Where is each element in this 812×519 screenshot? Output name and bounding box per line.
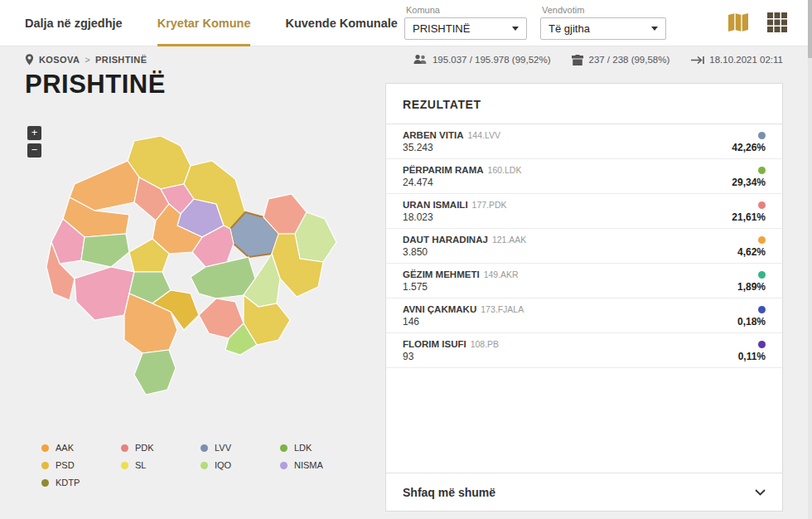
candidate-votes: 3.850 [403,246,428,258]
candidate-votes: 1.575 [403,281,428,293]
candidate-percent: 4,62% [737,246,766,258]
legend-item-kdtp: KDTP [41,478,121,487]
party-color-dot [758,236,766,244]
map-zoom-controls: + − [27,126,41,158]
candidate-row[interactable]: URAN ISMAILI177.PDK 18.02321,61% [386,194,782,229]
komuna-select[interactable]: PRISHTINË [404,17,527,40]
legend-label: PDK [135,443,154,453]
location-pin-icon [25,54,34,65]
psd-dot [41,462,49,469]
legend-item-iqo: IQO [201,460,280,470]
legend-label: SL [135,460,146,470]
candidate-votes: 24.474 [403,177,433,188]
candidate-list-number: 160.LDK [488,165,522,175]
candidate-row[interactable]: GËZIM MEHMETI149.AKR 1.5751,89% [386,264,782,298]
legend-label: IQO [215,460,231,470]
stations-stat-value: 237 / 238 (99,58%) [588,55,669,65]
candidate-row[interactable]: PËRPARIM RAMA160.LDK 24.47429,34% [386,159,782,194]
legend-label: AAK [56,443,74,453]
candidate-name: DAUT HARADINAJ [403,235,488,245]
tab-kryetar-komune[interactable]: Kryetar Komune [157,0,251,46]
vendvotim-value: Të gjitha [549,22,590,35]
candidate-name: PËRPARIM RAMA [403,165,484,175]
party-legend: AAK PDK LVV LDK PSD SL IQO NISMA KDTP [41,443,360,487]
breadcrumb-kosova[interactable]: KOSOVA [39,55,80,65]
map-region[interactable] [81,234,129,267]
chevron-down-icon [512,27,519,31]
candidates-list: ARBEN VITIA144.LVV 35.24342,26% PËRPARIM… [386,124,782,473]
candidate-list-number: 177.PDK [472,200,507,210]
stats: 195.037 / 195.978 (99,52%) 237 / 238 (99… [413,55,783,65]
ballot-box-icon [572,55,583,65]
lvv-dot [201,444,208,452]
breadcrumb-separator: > [85,55,90,65]
legend-label: NISMA [294,460,323,470]
vendvotim-label: Vendvotim [542,5,666,15]
candidate-percent: 0,18% [737,316,766,327]
candidate-votes: 35.243 [403,142,433,153]
candidate-list-number: 144.LVV [467,130,500,140]
party-color-dot [758,306,766,313]
page-title: PRISHTINË [25,70,166,99]
nisma-dot [280,462,288,469]
candidate-name: GËZIM MEHMETI [403,269,480,279]
results-title: REZULTATET [386,84,782,124]
scrollbar-thumb[interactable] [808,0,812,58]
zoom-out-button[interactable]: − [27,143,41,158]
voters-icon [413,55,428,65]
komuna-value: PRISHTINË [413,22,470,35]
candidate-percent: 21,61% [732,211,766,223]
candidate-list-number: 121.AAK [492,235,526,245]
updated-stat-value: 18.10.2021 02:11 [709,55,783,65]
sl-dot [121,462,128,469]
legend-item-lvv: LVV [201,443,280,453]
zoom-in-button[interactable]: + [27,126,41,140]
candidate-percent: 42,26% [732,142,766,153]
candidate-list-number: 149.AKR [484,269,519,279]
candidate-votes: 18.023 [403,211,433,223]
party-color-dot [758,341,766,348]
show-more-button[interactable]: Shfaq më shumë [386,473,782,511]
tab-dalja-ne-zgjedhje[interactable]: Dalja në zgjedhje [25,0,123,46]
breadcrumb: KOSOVA > PRISHTINË [25,54,147,65]
vendvotim-select[interactable]: Të gjitha [540,17,666,40]
party-color-dot [758,201,766,209]
legend-item-sl: SL [121,460,201,470]
map-region[interactable] [134,350,176,395]
legend-item-psd: PSD [41,460,121,470]
legend-label: LVV [215,443,231,453]
table-icon[interactable] [767,12,787,36]
candidate-name: AVNI ÇAKMAKU [403,304,476,314]
candidate-percent: 29,34% [732,177,766,188]
chevron-down-icon [755,489,766,496]
election-results-app: Dalja në zgjedhje Kryetar Komune Kuvende… [0,0,812,519]
aak-dot [41,444,49,452]
updated-stat: 18.10.2021 02:11 [691,55,783,65]
party-color-dot [758,167,766,174]
ldk-dot [280,444,288,452]
show-more-label: Shfaq më shumë [403,486,495,499]
candidate-row[interactable]: ARBEN VITIA144.LVV 35.24342,26% [386,124,782,159]
kdtp-dot [41,479,49,487]
pdk-dot [121,444,128,452]
nav-tabs: Dalja në zgjedhje Kryetar Komune Kuvende… [25,0,398,46]
results-panel: REZULTATET ARBEN VITIA144.LVV 35.24342,2… [385,83,783,512]
candidate-row[interactable]: AVNI ÇAKMAKU173.FJALA 1460,18% [386,298,782,333]
tab-kuvende-komunale[interactable]: Kuvende Komunale [285,0,397,46]
komuna-label: Komuna [406,5,527,15]
header-icons [727,12,787,36]
voters-stat-value: 195.037 / 195.978 (99,52%) [433,55,551,65]
candidate-row[interactable]: DAUT HARADINAJ121.AAK 3.8504,62% [386,229,782,264]
page-scrollbar[interactable] [808,0,812,519]
candidate-row[interactable]: FLORIM ISUFI108.PB 930,11% [386,333,782,368]
map-book-icon[interactable] [727,12,749,36]
legend-item-ldk: LDK [280,443,360,453]
party-color-dot [758,132,766,139]
candidate-votes: 146 [403,316,419,327]
last-update-arrow-icon [691,56,704,65]
breadcrumb-prishtine: PRISHTINË [95,55,147,65]
candidate-votes: 93 [403,351,413,362]
candidate-name: URAN ISMAILI [403,200,468,210]
vendvotim-filter: Vendvotim Të gjitha [540,5,666,40]
legend-label: PSD [56,460,75,470]
